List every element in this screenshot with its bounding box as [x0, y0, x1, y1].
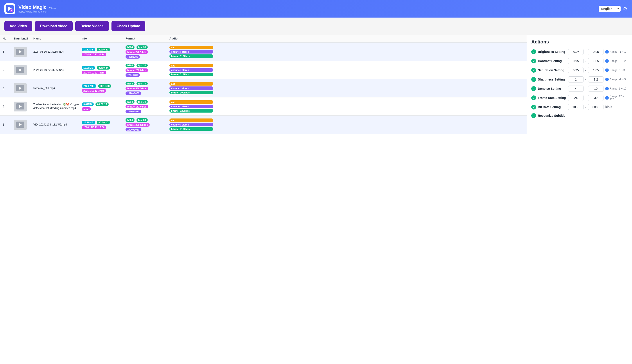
setting-unit: kb/s — [605, 105, 612, 109]
settings-button[interactable]: ⚙ — [623, 6, 628, 12]
check-icon-denoise[interactable]: ✓ — [531, 86, 536, 91]
format-cell: h264 fps: 30 bitrate:5587kbps 1920x1080 — [126, 82, 170, 95]
format-res-badge: 1080x1920 — [126, 110, 141, 113]
format-codec-badge: h264 — [126, 46, 134, 49]
settings-rows: ✓ Brightness Setting - i Range: -1 ~ 1 ✓… — [531, 49, 628, 110]
check-update-button[interactable]: Check Update — [112, 21, 146, 31]
language-selector[interactable]: English 中文 — [599, 6, 620, 12]
check-icon-saturation[interactable]: ✓ — [531, 68, 536, 72]
setting-min-denoise[interactable] — [568, 86, 584, 92]
format-bitrate-badge: bitrate:5587kbps — [126, 87, 148, 90]
col-format: Format — [126, 37, 170, 40]
setting-max-denoise[interactable] — [588, 86, 604, 92]
setting-row-sharpness: ✓ Sharpness Setting - i Range: -2 ~ 5 — [531, 76, 628, 82]
audio-bitrate-badge: bitrate: 100kbps — [170, 91, 213, 94]
actions-panel: Actions ✓ Brightness Setting - i Range: … — [527, 35, 632, 364]
setting-max-bitrate[interactable] — [588, 104, 604, 110]
thumbnail-cell — [14, 84, 33, 93]
thumbnail-placeholder — [14, 120, 27, 130]
row-no: 5 — [3, 123, 14, 126]
info-duration-badge: 00:00:10 — [97, 121, 110, 124]
format-fps-badge: fps: 30 — [136, 64, 148, 67]
setting-max-brightness[interactable] — [588, 49, 604, 55]
setting-min-saturation[interactable] — [568, 67, 584, 73]
separator-sharpness: - — [585, 78, 586, 82]
col-no: No. — [3, 37, 14, 40]
row-no: 4 — [3, 105, 14, 108]
audio-channel-badge: channel: stereo — [170, 86, 213, 90]
header-right: English 中文 ⚙ — [599, 6, 628, 12]
setting-label-brightness: Brightness Setting — [538, 50, 566, 54]
info-cell: 10.11MB 00:00:29 2024/6/10 22:31:24 — [82, 48, 126, 56]
check-icon-framerate[interactable]: ✓ — [531, 96, 536, 100]
setting-min-contrast[interactable] — [568, 58, 584, 64]
setting-min-brightness[interactable] — [568, 49, 584, 55]
add-video-button[interactable]: Add Video — [4, 21, 32, 31]
audio-bitrate-badge: bitrate: 125kbps — [170, 109, 213, 112]
setting-range-saturation: i Range: 0 ~ 3 — [605, 68, 625, 72]
audio-cell: aac channel: stereo bitrate: 313kbps — [170, 64, 213, 76]
audio-bitrate-badge: bitrate: 313kbps — [170, 72, 213, 76]
audio-codec-badge: aac — [170, 118, 213, 122]
format-codec-badge: h264 — [126, 100, 134, 104]
setting-min-bitrate[interactable] — [568, 104, 584, 110]
col-audio: Audio — [170, 37, 213, 40]
info-cell: 742.37MB 00:18:08 2025/1/13 12:37:46 — [82, 84, 126, 92]
thumbnail-cell — [14, 102, 33, 112]
setting-range-sharpness: i Range: -2 ~ 5 — [605, 78, 626, 81]
app-title: Video Magic — [18, 4, 46, 10]
format-bitrate-badge: bitrate:22587kbps — [126, 123, 150, 126]
table-row[interactable]: 1 2024-06-10 22.32.55.mp4 10.11MB 00:00:… — [0, 43, 527, 61]
audio-codec-badge: aac — [170, 64, 213, 67]
recognize-subtitle-check[interactable]: ✓ — [531, 113, 536, 118]
format-cell: h264 fps: 30 bitrate:2787kbps 720x1280 — [126, 45, 170, 58]
check-icon-brightness[interactable]: ✓ — [531, 49, 536, 54]
setting-min-framerate[interactable] — [568, 95, 584, 101]
info-duration-badge: 00:00:15 — [96, 102, 108, 106]
table-row[interactable]: 4 Traders know the feeling 💸🤡 #crypto #s… — [0, 98, 527, 116]
info-duration-badge: 00:00:29 — [97, 48, 110, 51]
setting-max-saturation[interactable] — [588, 67, 604, 73]
recognize-subtitle-label: Recognize Subtitle — [538, 114, 566, 118]
setting-min-sharpness[interactable] — [568, 76, 584, 82]
info-icon-framerate: i — [605, 96, 609, 100]
setting-label-contrast: Contrast Setting — [538, 59, 566, 63]
col-name: Name — [33, 37, 82, 40]
audio-cell: aac channel: stereo bitrate: 313kbps — [170, 46, 213, 58]
thumbnail-cell — [14, 65, 33, 75]
row-no: 1 — [3, 50, 14, 54]
col-thumbnail: Thumbnail — [14, 37, 33, 40]
separator-bitrate: - — [585, 105, 586, 109]
setting-label-sharpness: Sharpness Setting — [538, 78, 566, 81]
info-date-badge: 2024/6/10 22:33:38 — [82, 71, 106, 74]
thumbnail-placeholder — [14, 84, 27, 93]
delete-videos-button[interactable]: Delete Videos — [75, 21, 109, 31]
table-row[interactable]: 3 tikmatrix_001.mp4 742.37MB 00:18:08 20… — [0, 79, 527, 98]
app-version: v1.0.0 — [49, 6, 56, 10]
video-list-panel[interactable]: No. Thumbnail Name Info Format Audio 1 2… — [0, 35, 527, 364]
format-res-badge: 720x1280 — [126, 73, 140, 77]
toolbar: Add Video Download Video Delete Videos C… — [0, 18, 632, 35]
audio-cell: aac channel: stereo bitrate: 100kbps — [170, 82, 213, 94]
recognize-subtitle-row: ✓ Recognize Subtitle — [531, 113, 628, 118]
header: Video Magic v1.0.0 https://www.tikmatrix… — [0, 0, 632, 18]
info-icon-saturation: i — [605, 68, 609, 72]
video-rows-container: 1 2024-06-10 22.32.55.mp4 10.11MB 00:00:… — [0, 43, 527, 134]
audio-codec-badge: aac — [170, 100, 213, 104]
info-duration-badge: 00:18:08 — [98, 84, 111, 88]
audio-cell: aac channel: stereo bitrate: 313kbps — [170, 118, 213, 131]
separator-framerate: - — [585, 96, 586, 100]
format-res-badge: 1920x1080 — [126, 128, 141, 132]
table-row[interactable]: 2 2024-06-10 22.41.36.mp4 12.00MB 00:00:… — [0, 61, 527, 79]
check-icon-bitrate[interactable]: ✓ — [531, 105, 536, 110]
audio-channel-badge: channel: stereo — [170, 123, 213, 126]
check-icon-contrast[interactable]: ✓ — [531, 58, 536, 64]
setting-max-sharpness[interactable] — [588, 76, 604, 82]
format-codec-badge: h264 — [126, 64, 134, 67]
table-row[interactable]: 5 VID_20241106_132455.mp4 28.78MB 00:00:… — [0, 116, 527, 134]
download-video-button[interactable]: Download Video — [35, 21, 73, 31]
check-icon-sharpness[interactable]: ✓ — [531, 77, 536, 82]
setting-max-contrast[interactable] — [588, 58, 604, 64]
format-bitrate-badge: bitrate:2787kbps — [126, 50, 148, 54]
setting-max-framerate[interactable] — [588, 95, 604, 101]
